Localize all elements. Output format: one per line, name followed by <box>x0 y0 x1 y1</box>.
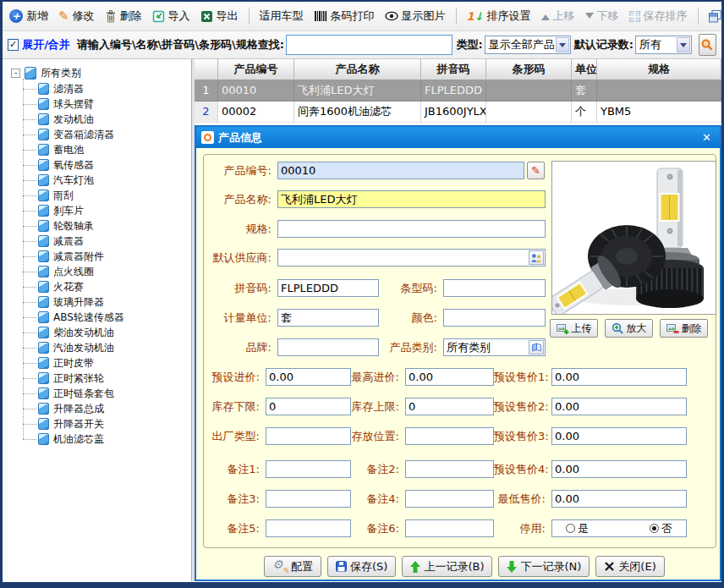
price4-input[interactable] <box>551 460 687 478</box>
upload-image-button[interactable]: 上传 <box>550 319 598 338</box>
tree-item[interactable]: 正时链条套包 <box>35 386 191 401</box>
search-input[interactable] <box>286 35 452 55</box>
preset-cost-input[interactable] <box>266 368 351 386</box>
category-cube-icon <box>38 296 49 308</box>
note4-input[interactable] <box>405 490 494 508</box>
type-select[interactable]: 显示全部产品 <box>485 36 571 54</box>
prev-record-button[interactable]: 上一记录(B) <box>402 556 492 577</box>
tree-item[interactable]: 柴油发动机油 <box>35 325 191 340</box>
tree-item[interactable]: ABS轮速传感器 <box>35 310 191 325</box>
table-row[interactable]: 2 00002 间奔1600机油滤芯 JB1600JYLX 个 YBM5 <box>195 102 721 123</box>
tree-item[interactable]: 变器箱滤清器 <box>35 127 191 142</box>
column-header[interactable]: 单位 <box>572 59 597 80</box>
tree-item[interactable]: 升降器开关 <box>35 416 191 431</box>
tree-item[interactable]: 滤清器 <box>35 81 191 96</box>
tree-item[interactable]: 轮毂轴承 <box>35 218 191 234</box>
zoom-image-button[interactable]: 放大 <box>605 319 653 338</box>
min-price-input[interactable] <box>551 490 687 508</box>
next-record-button[interactable]: 下一记录(N) <box>498 556 590 577</box>
tree-item[interactable]: 机油滤芯盖 <box>35 431 191 447</box>
tree-item[interactable]: 蓄电池 <box>35 142 191 157</box>
delete-button[interactable]: 删除 <box>105 8 142 24</box>
save-sort-button[interactable]: 保存排序 <box>629 8 688 24</box>
price2-input[interactable] <box>551 398 687 415</box>
color-input[interactable] <box>443 309 546 327</box>
collapse-icon[interactable]: - <box>11 69 20 78</box>
stock-max-input[interactable] <box>405 398 494 415</box>
vehicle-model-button[interactable]: 适用车型 <box>260 8 304 24</box>
spec-input[interactable] <box>277 220 546 238</box>
note2-input[interactable] <box>405 460 494 478</box>
new-button[interactable]: + 新增 <box>9 8 48 24</box>
tree-item[interactable]: 刹车片 <box>35 203 191 218</box>
column-header[interactable]: 产品编号 <box>218 59 294 80</box>
show-image-button[interactable]: 显示图片 <box>385 8 446 24</box>
location-input[interactable] <box>405 427 494 445</box>
note5-input[interactable] <box>266 519 351 537</box>
tree-item[interactable]: 正时皮带 <box>35 355 191 371</box>
tree-item[interactable]: 球头摆臂 <box>35 96 191 112</box>
stock-min-input[interactable] <box>266 398 351 415</box>
tree-item[interactable]: 正时紧张轮 <box>35 371 191 386</box>
tree-item[interactable]: 汽车灯泡 <box>35 173 191 188</box>
brand-input[interactable] <box>277 338 379 356</box>
row-number-header[interactable] <box>195 59 218 80</box>
close-dialog-button[interactable]: 关闭(E) <box>595 556 664 577</box>
barcode-input[interactable] <box>443 279 546 297</box>
unit-input[interactable] <box>277 309 379 327</box>
close-x-icon <box>604 561 615 572</box>
tree-item[interactable]: 升降器总成 <box>35 401 191 416</box>
tree-item[interactable]: 汽油发动机油 <box>35 340 191 355</box>
tree-item[interactable]: 雨刮 <box>35 188 191 203</box>
prev-record-label: 上一记录(B) <box>424 559 484 574</box>
price1-input[interactable] <box>551 368 687 386</box>
records-select[interactable]: 所有 <box>635 36 692 54</box>
save-button[interactable]: 保存(S) <box>327 556 396 577</box>
move-down-button[interactable]: 下移 <box>585 8 619 24</box>
tree-item[interactable]: 发动机油 <box>35 112 191 127</box>
expand-merge-checkbox[interactable]: ✓ <box>8 39 19 51</box>
column-header[interactable]: 规格 <box>597 59 721 80</box>
supplier-input[interactable] <box>277 249 546 267</box>
tree-item[interactable]: 减震器 <box>35 234 191 249</box>
product-name-input[interactable] <box>277 190 546 208</box>
barcode-print-button[interactable]: 条码打印 <box>314 8 375 24</box>
price3-input[interactable] <box>551 427 687 445</box>
tree-item[interactable]: 火花赛 <box>35 279 191 294</box>
product-code-input[interactable] <box>277 162 524 179</box>
column-header[interactable]: 拼音码 <box>421 59 486 80</box>
pick-supplier-button[interactable] <box>529 250 544 265</box>
max-cost-input[interactable] <box>405 368 494 386</box>
sort-settings-button[interactable]: 1↓ 排序设置 <box>467 8 531 24</box>
dialog-titlebar[interactable]: 产品信息 ✕ <box>196 127 720 148</box>
config-button[interactable]: ⚙✎ 配置 <box>264 556 321 577</box>
tree-item[interactable]: 氧传感器 <box>35 157 191 173</box>
pick-category-button[interactable] <box>529 340 544 354</box>
move-up-button[interactable]: 上移 <box>541 8 575 24</box>
field-label: 品牌: <box>203 338 274 356</box>
pinyin-input[interactable] <box>277 279 379 297</box>
delete-image-button[interactable]: 删除 <box>660 319 708 338</box>
edit-code-button[interactable]: ✎ <box>527 162 545 179</box>
column-header[interactable]: 产品名称 <box>294 59 421 80</box>
note3-input[interactable] <box>266 490 351 508</box>
records-select-value: 所有 <box>639 37 661 52</box>
table-settings-button[interactable]: 表格设置 <box>709 8 724 24</box>
search-button[interactable] <box>699 34 716 56</box>
modify-button[interactable]: ✎ 修改 <box>58 8 95 24</box>
radio-no[interactable]: 否 <box>650 521 672 536</box>
column-header[interactable]: 条形码 <box>486 59 572 80</box>
table-row[interactable]: 1 00010 飞利浦LED大灯 FLPLEDDD 套 <box>195 80 721 102</box>
radio-yes[interactable]: 是 <box>566 521 589 536</box>
tree-item[interactable]: 玻璃升降器 <box>35 294 191 310</box>
tree-item[interactable]: 点火线圈 <box>35 264 191 279</box>
close-icon[interactable]: ✕ <box>699 131 715 144</box>
tree-item[interactable]: 减震器附件 <box>35 249 191 264</box>
note6-input[interactable] <box>405 519 494 537</box>
import-button[interactable]: 导入 <box>152 8 190 24</box>
expand-merge-toggle[interactable]: 展开/合并 <box>22 37 70 52</box>
export-button[interactable]: 导出 <box>200 8 239 24</box>
tree-root[interactable]: - 所有类别 <box>11 64 191 81</box>
factory-type-input[interactable] <box>266 427 351 445</box>
note1-input[interactable] <box>266 460 351 478</box>
